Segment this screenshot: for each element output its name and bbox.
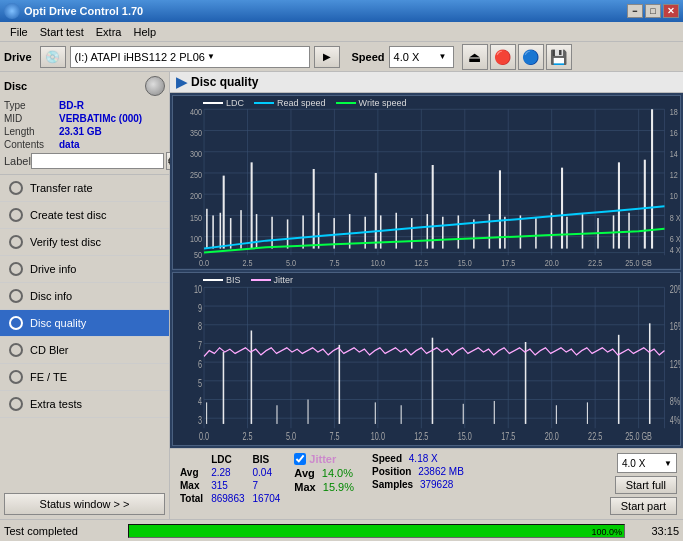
svg-rect-143 (494, 400, 495, 423)
disc-info-icon (8, 288, 24, 304)
jitter-section: Jitter Avg 14.0% Max 15.9% (294, 453, 354, 493)
save-button[interactable]: 💾 (546, 44, 572, 70)
svg-text:9: 9 (198, 302, 202, 313)
svg-text:12 X: 12 X (670, 169, 680, 180)
svg-text:5: 5 (198, 377, 202, 388)
sidebar-item-disc-info[interactable]: Disc info (0, 283, 169, 310)
toolbar-icons: ⏏ 🔴 🔵 💾 (462, 44, 572, 70)
drive-info-icon (8, 261, 24, 277)
jitter-max-label: Max (294, 481, 315, 493)
label-input[interactable] (31, 153, 164, 169)
sidebar-item-fe-te[interactable]: FE / TE (0, 364, 169, 391)
svg-text:10 X: 10 X (670, 191, 680, 202)
svg-rect-142 (463, 403, 464, 423)
svg-text:2.5: 2.5 (242, 430, 252, 441)
svg-text:100: 100 (190, 233, 202, 244)
svg-text:20.0: 20.0 (545, 430, 559, 441)
svg-text:8 X: 8 X (670, 212, 680, 223)
charts-container: LDC Read speed Write speed (170, 93, 683, 448)
minimize-button[interactable]: − (627, 4, 643, 18)
svg-rect-85 (618, 162, 620, 248)
svg-text:12%: 12% (670, 358, 680, 369)
sidebar-item-verify-test-disc[interactable]: Verify test disc (0, 229, 169, 256)
drive-refresh-button[interactable]: ▶ (314, 46, 340, 68)
maximize-button[interactable]: □ (645, 4, 661, 18)
speed-value: 4.18 X (409, 453, 438, 464)
svg-text:5.0: 5.0 (286, 430, 296, 441)
svg-text:12.5: 12.5 (414, 257, 428, 268)
jitter-avg: 14.0% (322, 467, 353, 479)
menu-extra[interactable]: Extra (90, 24, 128, 40)
compare-button[interactable]: 🔵 (518, 44, 544, 70)
svg-text:5.0: 5.0 (286, 257, 296, 268)
quality-speed-select[interactable]: 4.0 X ▼ (617, 453, 677, 473)
legend-ldc: LDC (203, 98, 244, 108)
svg-rect-146 (587, 402, 588, 424)
svg-rect-69 (504, 217, 506, 249)
status-window-button[interactable]: Status window > > (4, 493, 165, 515)
menu-file[interactable]: File (4, 24, 34, 40)
svg-rect-66 (458, 215, 460, 248)
svg-rect-71 (535, 218, 537, 249)
mid-value: VERBATIMc (000) (59, 113, 142, 124)
fe-te-label: FE / TE (30, 371, 67, 383)
svg-rect-54 (271, 217, 273, 249)
close-button[interactable]: ✕ (663, 4, 679, 18)
legend-read-speed: Read speed (254, 98, 326, 108)
svg-text:22.5: 22.5 (588, 257, 602, 268)
sidebar-item-extra-tests[interactable]: Extra tests (0, 391, 169, 418)
test-button[interactable]: 🔴 (490, 44, 516, 70)
menubar: File Start test Extra Help (0, 22, 683, 42)
samples-label: Samples (372, 479, 413, 490)
length-label: Length (4, 126, 59, 137)
chart1-svg: 400 350 300 250 200 150 100 50 18 X 16 X… (173, 96, 680, 269)
start-part-button[interactable]: Start part (610, 497, 677, 515)
sidebar-item-cd-bler[interactable]: CD Bler (0, 337, 169, 364)
svg-rect-138 (339, 344, 341, 423)
svg-rect-88 (173, 273, 680, 446)
svg-text:17.5: 17.5 (501, 257, 515, 268)
titlebar: Opti Drive Control 1.70 − □ ✕ (0, 0, 683, 22)
svg-text:22.5: 22.5 (588, 430, 602, 441)
position-label: Position (372, 466, 411, 477)
svg-rect-74 (582, 214, 584, 249)
sidebar-item-transfer-rate[interactable]: Transfer rate (0, 175, 169, 202)
drive-select[interactable]: (I:) ATAPI iHBS112 2 PL06 ▼ (70, 46, 310, 68)
svg-text:7.5: 7.5 (329, 257, 339, 268)
svg-text:10: 10 (194, 283, 202, 294)
position-section: Speed 4.18 X Position 23862 MB Samples 3… (372, 453, 464, 490)
speed-select[interactable]: 4.0 X ▼ (389, 46, 454, 68)
sidebar-item-create-test-disc[interactable]: Create test disc (0, 202, 169, 229)
svg-text:15.0: 15.0 (458, 257, 472, 268)
svg-text:20.0: 20.0 (545, 257, 559, 268)
max-label: Max (176, 479, 207, 492)
svg-rect-68 (489, 214, 491, 249)
svg-text:4 X: 4 X (670, 244, 680, 255)
svg-text:2.5: 2.5 (242, 257, 252, 268)
svg-rect-87 (651, 109, 653, 248)
eject-button[interactable]: ⏏ (462, 44, 488, 70)
verify-test-disc-label: Verify test disc (30, 236, 101, 248)
sidebar-item-drive-info[interactable]: Drive info (0, 256, 169, 283)
svg-rect-57 (318, 213, 320, 249)
svg-text:16 X: 16 X (670, 127, 680, 138)
speed-info-label: Speed (372, 453, 402, 464)
jitter-checkbox[interactable] (294, 453, 306, 465)
svg-rect-84 (561, 168, 563, 249)
svg-rect-140 (401, 405, 402, 424)
start-full-button[interactable]: Start full (615, 476, 677, 494)
samples-value: 379628 (420, 479, 453, 490)
total-label: Total (176, 492, 207, 505)
ldc-max: 315 (207, 479, 248, 492)
menu-help[interactable]: Help (127, 24, 162, 40)
menu-start-test[interactable]: Start test (34, 24, 90, 40)
svg-rect-70 (520, 215, 522, 248)
svg-rect-50 (220, 213, 222, 249)
svg-text:7.5: 7.5 (329, 430, 339, 441)
svg-rect-147 (618, 334, 620, 423)
sidebar-item-disc-quality[interactable]: Disc quality (0, 310, 169, 337)
svg-rect-53 (256, 214, 258, 249)
type-value: BD-R (59, 100, 84, 111)
label-label: Label (4, 155, 31, 167)
nav-items: Transfer rate Create test disc Verify te… (0, 175, 169, 489)
